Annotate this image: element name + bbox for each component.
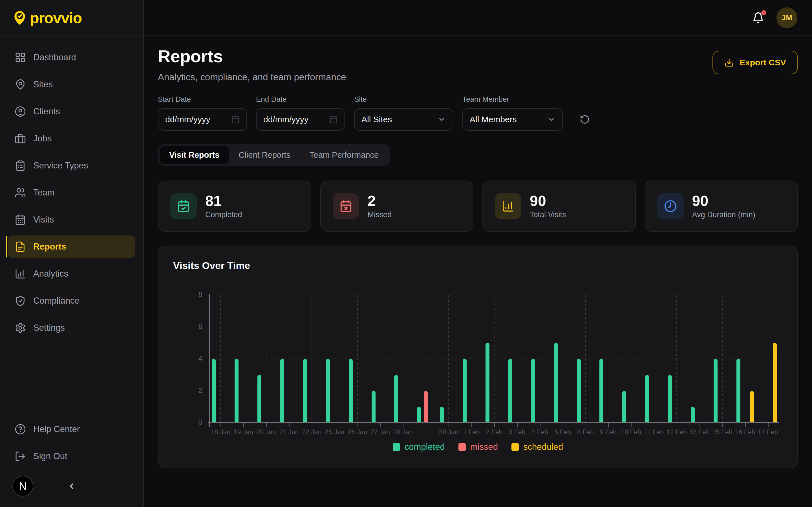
gridline-vertical bbox=[403, 295, 403, 423]
sidebar-item-service-types[interactable]: Service Types bbox=[8, 154, 135, 177]
bar-completed bbox=[645, 375, 649, 423]
page-title: Reports bbox=[158, 46, 346, 66]
bar-completed bbox=[280, 359, 284, 423]
x-axis-tick bbox=[722, 423, 723, 427]
export-csv-button[interactable]: Export CSV bbox=[712, 51, 798, 74]
gear-icon bbox=[15, 322, 26, 334]
site-select[interactable]: All Sites bbox=[354, 108, 453, 131]
stat-label: Completed bbox=[205, 210, 242, 219]
brand-wordmark: provvio bbox=[30, 9, 82, 26]
site-select-value: All Sites bbox=[361, 115, 392, 124]
x-axis-tick bbox=[586, 423, 586, 427]
sidebar-nav: DashboardSitesClientsJobsService TypesTe… bbox=[0, 36, 143, 344]
x-axis-tick bbox=[768, 423, 769, 427]
end-date-label: End Date bbox=[256, 95, 345, 104]
bar-completed bbox=[371, 391, 375, 423]
bar-completed bbox=[212, 359, 216, 423]
y-axis-tick-label: 0 bbox=[183, 418, 202, 427]
gridline-vertical bbox=[494, 295, 495, 423]
legend-label: scheduled bbox=[523, 442, 563, 452]
sidebar-collapse-button[interactable] bbox=[67, 482, 76, 491]
sidebar-item-sign-out[interactable]: Sign Out bbox=[8, 445, 135, 467]
y-axis-line bbox=[209, 294, 210, 427]
stat-value: 81 bbox=[205, 193, 242, 209]
legend-item-missed[interactable]: missed bbox=[458, 442, 498, 452]
sidebar-item-settings[interactable]: Settings bbox=[8, 317, 135, 339]
x-axis-tick bbox=[677, 423, 677, 427]
start-date-input[interactable] bbox=[165, 115, 226, 124]
calendar-x-icon bbox=[333, 193, 359, 219]
sidebar-item-sites[interactable]: Sites bbox=[8, 73, 135, 96]
visits-over-time-card: Visits Over Time 0246818 Jan19 Jan20 Jan… bbox=[158, 246, 798, 468]
x-axis-tick bbox=[700, 423, 700, 427]
sidebar-item-team[interactable]: Team bbox=[8, 181, 135, 204]
reset-filters-button[interactable] bbox=[580, 108, 590, 131]
bar-completed bbox=[622, 391, 626, 423]
sidebar-item-visits[interactable]: Visits bbox=[8, 209, 135, 231]
bar-completed bbox=[668, 375, 672, 423]
gridline-vertical bbox=[220, 295, 221, 423]
gridline-vertical bbox=[631, 295, 631, 423]
filters-bar: Start Date End Date bbox=[158, 95, 798, 131]
x-axis-tick bbox=[266, 423, 267, 427]
legend-swatch bbox=[458, 443, 466, 451]
gridline-vertical bbox=[722, 295, 723, 423]
bar-completed bbox=[235, 359, 239, 423]
x-axis-tick bbox=[745, 423, 746, 427]
x-axis-tick-label: 17 Feb bbox=[751, 429, 785, 436]
dev-badge-avatar[interactable]: N bbox=[12, 476, 33, 497]
dashboard-icon bbox=[15, 52, 26, 63]
gridline-vertical bbox=[676, 295, 677, 423]
x-axis-tick bbox=[563, 423, 563, 427]
bar-completed bbox=[463, 359, 467, 423]
x-axis-tick bbox=[380, 423, 381, 427]
legend-label: missed bbox=[470, 442, 498, 452]
bar-missed bbox=[424, 391, 428, 423]
sidebar-item-help-center[interactable]: Help Center bbox=[8, 418, 135, 441]
gridline-vertical bbox=[312, 295, 312, 423]
sidebar-item-jobs[interactable]: Jobs bbox=[8, 127, 135, 150]
gridline-vertical bbox=[779, 295, 779, 423]
sidebar-item-label: Settings bbox=[33, 323, 65, 333]
legend-item-scheduled[interactable]: scheduled bbox=[511, 442, 563, 452]
x-axis-tick bbox=[312, 423, 312, 427]
legend-swatch bbox=[511, 443, 519, 451]
legend-label: completed bbox=[405, 442, 445, 452]
notifications-button[interactable] bbox=[752, 12, 764, 24]
gridline-vertical bbox=[357, 295, 358, 423]
x-axis-tick bbox=[654, 423, 654, 427]
sidebar-item-clients[interactable]: Clients bbox=[8, 100, 135, 123]
app-root: provvio DashboardSitesClientsJobsService… bbox=[0, 0, 812, 507]
start-date-field[interactable] bbox=[158, 108, 247, 131]
gridline-vertical bbox=[540, 295, 540, 423]
main-column: JM Reports Analytics, compliance, and te… bbox=[144, 0, 812, 507]
chart-column-icon bbox=[495, 193, 521, 219]
calendar-icon bbox=[231, 115, 240, 124]
notification-badge bbox=[761, 10, 766, 15]
sidebar-item-reports[interactable]: Reports bbox=[8, 235, 135, 258]
x-axis-tick bbox=[494, 423, 495, 427]
brand-logo[interactable]: provvio bbox=[0, 0, 143, 36]
sidebar-item-label: Team bbox=[33, 187, 55, 198]
end-date-field[interactable] bbox=[256, 108, 345, 131]
y-axis-tick-label: 6 bbox=[183, 322, 202, 331]
legend-swatch bbox=[393, 443, 400, 451]
tab-client-reports[interactable]: Client Reports bbox=[229, 146, 300, 164]
sidebar-item-compliance[interactable]: Compliance bbox=[8, 290, 135, 312]
team-member-select[interactable]: All Members bbox=[462, 108, 563, 131]
tab-team-performance[interactable]: Team Performance bbox=[300, 146, 388, 164]
user-avatar[interactable]: JM bbox=[776, 7, 797, 28]
shield-check-icon bbox=[15, 295, 26, 306]
map-pin-icon bbox=[15, 79, 26, 90]
sidebar-item-analytics[interactable]: Analytics bbox=[8, 263, 135, 285]
legend-item-completed[interactable]: completed bbox=[393, 442, 445, 452]
bar-completed bbox=[303, 359, 307, 423]
topbar: JM bbox=[144, 0, 812, 36]
tab-visit-reports[interactable]: Visit Reports bbox=[160, 146, 229, 164]
sidebar-item-dashboard[interactable]: Dashboard bbox=[8, 46, 135, 69]
end-date-input[interactable] bbox=[263, 115, 324, 124]
help-circle-icon bbox=[15, 424, 26, 435]
x-axis-tick bbox=[243, 423, 244, 427]
calendar-icon bbox=[329, 115, 338, 124]
team-member-select-value: All Members bbox=[470, 115, 517, 124]
